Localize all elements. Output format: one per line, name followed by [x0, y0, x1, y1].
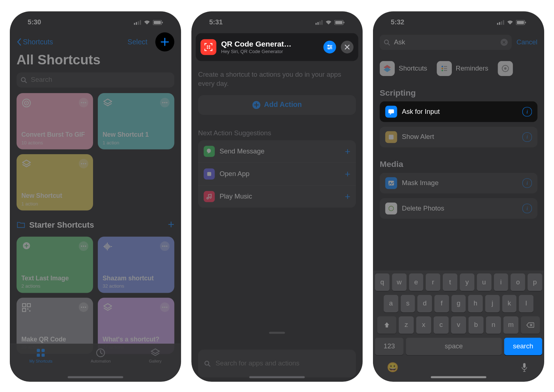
key[interactable]: w [392, 273, 406, 291]
key[interactable]: v [451, 316, 466, 334]
more-button[interactable] [160, 98, 169, 107]
shortcut-tile[interactable]: New Shortcut 1 action [17, 154, 93, 211]
photos-icon [385, 203, 397, 215]
action-mask-image[interactable]: Mask Image i [380, 173, 537, 193]
action-delete-photos[interactable]: Delete Photos i [380, 198, 537, 219]
more-button[interactable] [160, 241, 169, 251]
key[interactable]: h [468, 295, 483, 312]
section-add-button[interactable]: + [168, 219, 174, 231]
space-key[interactable]: space [406, 338, 502, 355]
action-search-sheet[interactable] [198, 349, 356, 377]
key[interactable]: s [401, 295, 415, 312]
key[interactable]: f [434, 295, 449, 312]
shortcut-tile[interactable]: Shazam shortcut 32 actions [98, 237, 174, 293]
category-shortcuts[interactable]: Shortcuts [380, 61, 427, 76]
numbers-key[interactable]: 123 [375, 338, 404, 355]
action-search-input[interactable] [215, 359, 350, 368]
close-button[interactable] [341, 41, 354, 53]
key[interactable]: e [409, 273, 423, 291]
svg-point-54 [328, 45, 329, 46]
more-button[interactable] [79, 98, 88, 107]
key[interactable]: r [426, 273, 440, 291]
key[interactable]: m [503, 316, 518, 334]
more-button[interactable] [79, 303, 88, 312]
new-shortcut-button[interactable] [155, 32, 174, 51]
tab-gallery[interactable]: Gallery [149, 347, 162, 364]
action-search-bar[interactable]: ✕ [380, 35, 511, 50]
mic-icon [521, 363, 528, 372]
svg-rect-29 [23, 308, 26, 312]
key[interactable]: c [434, 316, 449, 334]
suggestion-label: Send Message [220, 147, 340, 155]
key[interactable]: b [469, 316, 483, 334]
select-button[interactable]: Select [128, 38, 148, 46]
search-bar[interactable] [17, 72, 174, 87]
key[interactable]: x [416, 316, 431, 334]
home-indicator[interactable] [68, 376, 123, 378]
shortcut-tile[interactable]: New Shortcut 1 1 action [98, 93, 174, 149]
home-indicator[interactable] [431, 376, 486, 378]
emoji-button[interactable]: 😀 [387, 361, 399, 373]
dictation-button[interactable] [518, 361, 530, 373]
svg-rect-38 [37, 349, 40, 352]
category-reminders[interactable]: Reminders [437, 61, 488, 76]
action-search-input[interactable] [393, 38, 498, 47]
home-indicator[interactable] [249, 376, 305, 378]
svg-point-25 [164, 245, 165, 247]
action-ask-for-input[interactable]: Ask for Input i [380, 101, 537, 122]
key[interactable]: q [375, 273, 389, 291]
more-button[interactable] [79, 241, 88, 251]
add-suggestion-button[interactable]: + [345, 146, 350, 157]
more-button[interactable] [79, 159, 88, 168]
action-show-alert[interactable]: Show Alert i [380, 127, 537, 148]
key[interactable]: n [486, 316, 501, 334]
add-action-button[interactable]: Add Action [198, 95, 356, 115]
key[interactable]: g [451, 295, 466, 312]
backspace-key[interactable] [521, 316, 540, 334]
suggestion-item[interactable]: Send Message + [198, 140, 356, 163]
key[interactable]: y [460, 273, 474, 291]
tab-automation[interactable]: Automation [91, 347, 111, 364]
shift-key[interactable] [377, 316, 396, 334]
search-icon [204, 360, 211, 367]
svg-rect-31 [29, 311, 30, 312]
search-key[interactable]: search [504, 338, 542, 355]
settings-button[interactable] [324, 41, 336, 53]
shortcut-title[interactable]: QR Code Generat… [221, 40, 318, 49]
key[interactable]: j [485, 295, 500, 312]
category-more[interactable] [498, 61, 513, 76]
suggestion-item[interactable]: Play Music + [198, 185, 356, 208]
key[interactable]: k [502, 295, 517, 312]
back-button[interactable]: Shortcuts [17, 38, 53, 46]
info-button[interactable]: i [522, 107, 532, 116]
cancel-button[interactable]: Cancel [517, 38, 538, 46]
wifi-icon [325, 20, 332, 25]
key[interactable]: a [384, 295, 398, 312]
add-suggestion-button[interactable]: + [345, 168, 350, 180]
key[interactable]: o [511, 273, 525, 291]
key[interactable]: l [519, 295, 534, 312]
shortcut-tile[interactable]: Text Last Image 2 actions [17, 237, 93, 293]
back-label: Shortcuts [23, 38, 53, 46]
add-suggestion-button[interactable]: + [345, 191, 350, 202]
more-button[interactable] [160, 303, 169, 312]
image-mask-icon [385, 177, 397, 189]
backspace-icon [526, 322, 534, 328]
key[interactable]: u [477, 273, 491, 291]
info-button[interactable]: i [522, 204, 532, 213]
key[interactable]: d [417, 295, 432, 312]
shortcut-app-icon[interactable] [201, 39, 217, 55]
key[interactable]: t [443, 273, 457, 291]
info-button[interactable]: i [522, 132, 532, 142]
key[interactable]: z [399, 316, 414, 334]
suggestion-item[interactable]: Open App + [198, 163, 356, 185]
sheet-handle[interactable] [269, 332, 285, 333]
info-button[interactable]: i [522, 178, 532, 188]
clear-search-button[interactable]: ✕ [501, 39, 508, 46]
search-input[interactable] [30, 76, 170, 84]
key[interactable]: i [494, 273, 508, 291]
tab-my-shortcuts[interactable]: My Shortcuts [29, 347, 53, 364]
plus-circle-icon [252, 101, 261, 109]
shortcut-tile[interactable]: Convert Burst To GIF 10 actions [17, 93, 93, 149]
key[interactable]: p [527, 273, 542, 291]
